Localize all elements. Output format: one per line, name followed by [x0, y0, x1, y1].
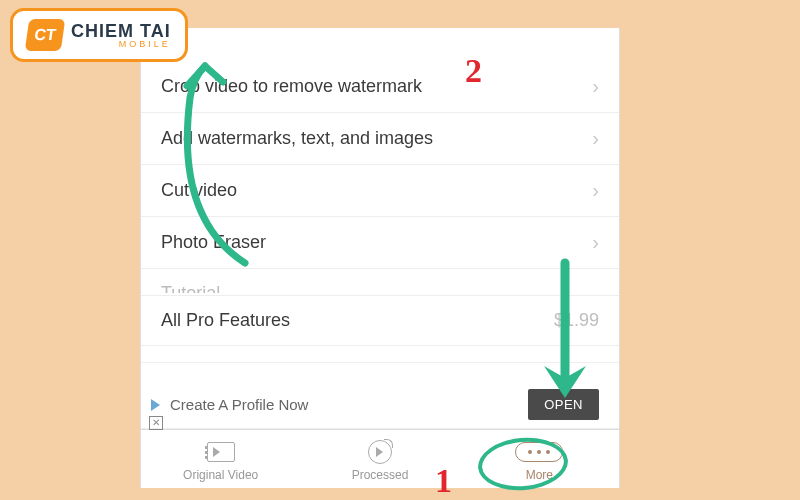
- brand-logo-text: CHIEM TAI MOBILE: [71, 22, 171, 49]
- brand-logo: CT CHIEM TAI MOBILE: [10, 8, 188, 62]
- video-icon: [207, 440, 235, 464]
- menu-item-label: Tutorial: [161, 283, 220, 293]
- bottom-nav: Original Video Processed More: [141, 429, 619, 488]
- app-screen: RE Crop video to remove watermark › Add …: [140, 28, 620, 488]
- menu-item-partial[interactable]: [141, 346, 619, 363]
- nav-more[interactable]: More: [460, 430, 619, 488]
- chevron-right-icon: ›: [592, 179, 599, 202]
- menu-item-add-watermarks[interactable]: Add watermarks, text, and images ›: [141, 113, 619, 165]
- menu-item-tutorial[interactable]: Tutorial: [141, 269, 619, 296]
- brand-logo-main: CHIEM TAI: [71, 22, 171, 40]
- menu-item-photo-eraser[interactable]: Photo Eraser ›: [141, 217, 619, 269]
- chevron-right-icon: ›: [592, 231, 599, 254]
- ad-indicator-icon: [151, 399, 160, 411]
- brand-logo-sub: MOBILE: [71, 40, 171, 49]
- menu-item-label: Crop video to remove watermark: [161, 76, 422, 97]
- menu-item-label: Cut video: [161, 180, 237, 201]
- menu-list: Crop video to remove watermark › Add wat…: [141, 61, 619, 381]
- ad-close-button[interactable]: ✕: [149, 416, 163, 430]
- ad-open-button[interactable]: OPEN: [528, 389, 599, 420]
- more-icon: [515, 440, 563, 464]
- price-label: $1.99: [554, 310, 599, 331]
- nav-original-video[interactable]: Original Video: [141, 430, 300, 488]
- chevron-right-icon: ›: [592, 75, 599, 98]
- processed-icon: [368, 440, 392, 464]
- nav-label: More: [526, 468, 553, 482]
- brand-logo-badge: CT: [25, 19, 65, 51]
- nav-processed[interactable]: Processed: [300, 430, 459, 488]
- nav-label: Processed: [352, 468, 409, 482]
- menu-item-label: All Pro Features: [161, 310, 290, 331]
- menu-item-label: Photo Eraser: [161, 232, 266, 253]
- menu-item-cut-video[interactable]: Cut video ›: [141, 165, 619, 217]
- nav-label: Original Video: [183, 468, 258, 482]
- ad-banner: Create A Profile Now OPEN ✕: [141, 381, 619, 429]
- ad-text[interactable]: Create A Profile Now: [170, 396, 518, 413]
- menu-item-label: Add watermarks, text, and images: [161, 128, 433, 149]
- menu-item-crop-video[interactable]: Crop video to remove watermark ›: [141, 61, 619, 113]
- chevron-right-icon: ›: [592, 127, 599, 150]
- section-header: RE: [141, 28, 619, 61]
- menu-item-pro-features[interactable]: All Pro Features $1.99: [141, 296, 619, 346]
